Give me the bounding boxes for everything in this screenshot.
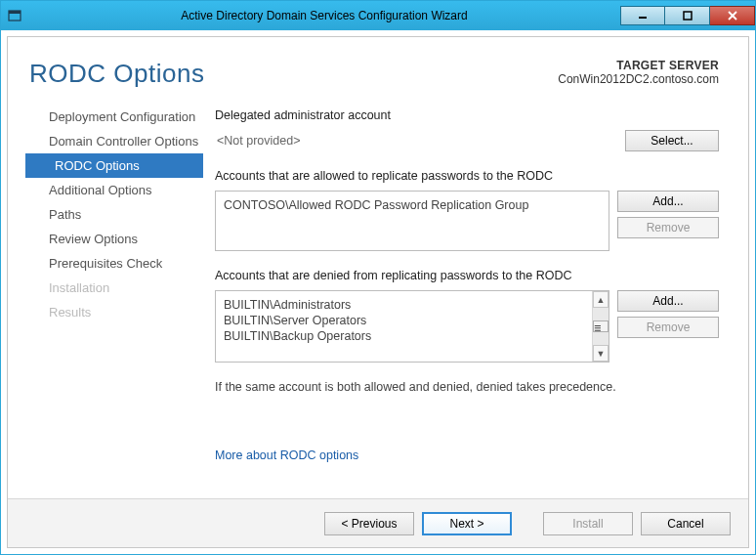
precedence-note: If the same account is both allowed and … [215,380,719,394]
nav-rodc-options[interactable]: RODC Options [25,153,203,178]
select-button[interactable]: Select... [625,130,719,151]
delegated-admin-value: <Not provided> [215,134,625,148]
svg-rect-3 [684,12,692,20]
target-server-label: TARGET SERVER [558,59,719,72]
wizard-body: RODC Options TARGET SERVER ConWin2012DC2… [7,36,749,548]
nav-installation: Installation [25,276,203,300]
nav-additional-options[interactable]: Additional Options [25,178,203,202]
nav-results: Results [25,300,203,324]
titlebar: Active Directory Domain Services Configu… [1,1,755,30]
denied-accounts-listbox[interactable]: BUILTIN\Administrators BUILTIN\Server Op… [215,290,609,363]
window-title: Active Directory Domain Services Configu… [28,9,620,22]
delegated-admin-label: Delegated administrator account [215,108,719,122]
list-item[interactable]: BUILTIN\Administrators [224,297,589,313]
install-button: Install [543,512,633,535]
target-server-block: TARGET SERVER ConWin2012DC2.contoso.com [558,59,719,89]
denied-remove-button: Remove [617,317,719,338]
page-title: RODC Options [29,59,204,89]
more-about-rodc-link[interactable]: More about RODC options [215,448,358,462]
nav-domain-controller-options[interactable]: Domain Controller Options [25,129,203,153]
denied-add-button[interactable]: Add... [617,290,719,312]
scroll-thumb[interactable]: ≡ [593,320,609,332]
window-buttons [620,7,755,25]
nav-deployment-configuration[interactable]: Deployment Configuration [25,105,203,129]
minimize-button[interactable] [620,6,665,25]
allowed-add-button[interactable]: Add... [617,191,719,212]
sys-menu-icon[interactable] [1,9,28,22]
target-server-name: ConWin2012DC2.contoso.com [558,72,719,86]
next-button[interactable]: Next > [422,512,512,535]
cancel-button[interactable]: Cancel [641,512,731,535]
list-item[interactable]: BUILTIN\Server Operators [224,313,589,328]
allowed-accounts-listbox[interactable]: CONTOSO\Allowed RODC Password Replicatio… [215,191,609,251]
nav-paths[interactable]: Paths [25,202,203,227]
scroll-down-icon[interactable]: ▼ [593,345,609,362]
allowed-accounts-label: Accounts that are allowed to replicate p… [215,169,719,183]
svg-rect-1 [9,11,21,14]
scroll-up-icon[interactable]: ▲ [593,291,609,308]
footer: < Previous Next > Install Cancel [8,498,748,547]
steps-nav: Deployment Configuration Domain Controll… [8,99,203,498]
close-button[interactable] [710,6,755,25]
list-item[interactable]: BUILTIN\Backup Operators [224,328,589,344]
previous-button[interactable]: < Previous [324,512,414,535]
wizard-window: Active Directory Domain Services Configu… [0,0,756,555]
nav-prerequisites-check[interactable]: Prerequisites Check [25,251,203,276]
allowed-remove-button: Remove [617,217,719,238]
list-item[interactable]: CONTOSO\Allowed RODC Password Replicatio… [224,197,601,213]
nav-review-options[interactable]: Review Options [25,227,203,251]
maximize-button[interactable] [665,6,710,25]
scrollbar[interactable]: ▲ ≡ ▼ [592,291,609,362]
main-panel: Delegated administrator account <Not pro… [203,99,719,498]
header: RODC Options TARGET SERVER ConWin2012DC2… [8,37,748,99]
content: Deployment Configuration Domain Controll… [8,99,748,498]
denied-accounts-label: Accounts that are denied from replicatin… [215,269,719,282]
scroll-track[interactable]: ≡ [593,308,609,345]
